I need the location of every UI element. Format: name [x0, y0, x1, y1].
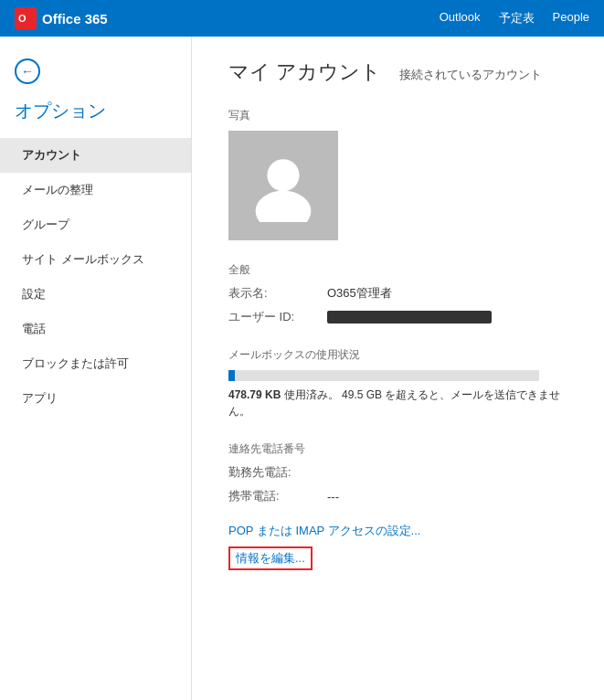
contact-phone-label: 連絡先電話番号 [228, 441, 567, 457]
usage-bar-container [228, 370, 539, 381]
photo-label: 写真 [228, 108, 567, 123]
main-layout: ← オプション アカウント メールの整理 グループ サイト メールボックス 設定… [0, 37, 604, 700]
mobile-phone-value: --- [327, 490, 339, 504]
back-icon: ← [15, 58, 40, 84]
content-area: マイ アカウント 接続されているアカウント 写真 全般 表示名: O365管理者… [192, 37, 604, 700]
general-section: 全般 表示名: O365管理者 ユーザー ID: [228, 262, 567, 325]
pop-imap-link[interactable]: POP または IMAP アクセスの設定... [228, 524, 420, 537]
nav-calendar[interactable]: 予定表 [499, 10, 535, 27]
avatar-icon [247, 149, 320, 222]
mailbox-usage-section: メールボックスの使用状況 478.79 KB 使用済み。 49.5 GB を超え… [228, 347, 567, 419]
work-phone-label: 勤務先電話: [228, 464, 320, 481]
edit-info-link-line: 情報を編集... [228, 546, 567, 570]
display-name-value: O365管理者 [327, 285, 392, 302]
mobile-phone-label: 携帯電話: [228, 488, 320, 504]
general-label: 全般 [228, 262, 567, 278]
user-id-row: ユーザー ID: [228, 309, 567, 325]
usage-kb: 478.79 KB [228, 388, 281, 401]
sidebar-item-groups[interactable]: グループ [0, 207, 191, 242]
svg-point-2 [256, 191, 312, 222]
sidebar: ← オプション アカウント メールの整理 グループ サイト メールボックス 設定… [0, 37, 192, 700]
contact-phone-section: 連絡先電話番号 勤務先電話: 携帯電話: --- [228, 441, 567, 504]
content-header: マイ アカウント 接続されているアカウント [228, 58, 567, 86]
usage-bar-fill [228, 370, 235, 381]
display-name-row: 表示名: O365管理者 [228, 285, 567, 302]
sidebar-title: オプション [0, 99, 191, 138]
sidebar-item-apps[interactable]: アプリ [0, 381, 191, 416]
app-logo: O Office 365 [15, 7, 108, 29]
sidebar-item-block-allow[interactable]: ブロックまたは許可 [0, 346, 191, 381]
user-id-value [327, 311, 492, 323]
display-name-label: 表示名: [228, 285, 320, 302]
app-name: Office 365 [42, 11, 108, 27]
page-subtitle: 接続されているアカウント [399, 67, 542, 83]
mailbox-usage-label: メールボックスの使用状況 [228, 347, 567, 363]
photo-section: 写真 [228, 108, 567, 240]
top-nav: Outlook 予定表 People [440, 10, 589, 27]
sidebar-item-mail-organize[interactable]: メールの整理 [0, 173, 191, 207]
page-title: マイ アカウント [228, 58, 381, 86]
usage-middle-text: 使用済み。 [284, 388, 339, 401]
sidebar-item-phone[interactable]: 電話 [0, 312, 191, 346]
nav-people[interactable]: People [553, 10, 589, 27]
edit-info-button[interactable]: 情報を編集... [228, 546, 313, 570]
back-button[interactable]: ← [0, 55, 191, 99]
office-logo-icon: O [15, 7, 37, 29]
sidebar-item-settings[interactable]: 設定 [0, 277, 191, 312]
sidebar-item-site-mailbox[interactable]: サイト メールボックス [0, 242, 191, 277]
usage-limit: 49.5 GB [342, 388, 382, 401]
usage-description: 478.79 KB 使用済み。 49.5 GB を超えると、メールを送信できませ… [228, 387, 567, 419]
nav-outlook[interactable]: Outlook [440, 10, 481, 27]
svg-text:O: O [18, 13, 26, 24]
profile-photo[interactable] [228, 131, 338, 240]
sidebar-item-account[interactable]: アカウント [0, 138, 191, 173]
work-phone-row: 勤務先電話: [228, 464, 567, 481]
svg-point-1 [267, 159, 299, 191]
pop-imap-link-line: POP または IMAP アクセスの設定... [228, 523, 567, 539]
topbar: O Office 365 Outlook 予定表 People [0, 0, 604, 37]
mobile-phone-row: 携帯電話: --- [228, 488, 567, 504]
user-id-label: ユーザー ID: [228, 309, 320, 325]
